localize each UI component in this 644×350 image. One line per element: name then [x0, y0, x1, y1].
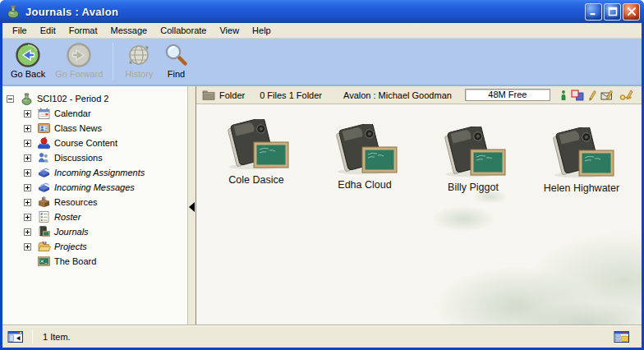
- account-label: Avalon : Michael Goodman: [343, 90, 452, 100]
- expand-plus-icon[interactable]: [24, 184, 31, 191]
- collapse-panel-arrow-icon[interactable]: [189, 202, 195, 212]
- go-back-button[interactable]: Go Back: [6, 41, 50, 80]
- tree-item-label: Course Content: [54, 138, 117, 148]
- expand-plus-icon[interactable]: [24, 199, 31, 206]
- tree-item-label: The Board: [54, 256, 96, 266]
- journal-item[interactable]: Helen Highwater: [540, 127, 623, 194]
- tree-item-resources[interactable]: Resources: [2, 195, 187, 210]
- tree-item-course-content[interactable]: Course Content: [2, 136, 187, 150]
- tree-item-the-board[interactable]: The Board: [2, 254, 187, 269]
- file-folder-counts: 0 Files 1 Folder: [260, 90, 322, 100]
- go-forward-button[interactable]: Go Forward: [50, 41, 108, 80]
- find-magnifier-icon: [163, 42, 190, 68]
- main-panel: Folder 0 Files 1 Folder Avalon : Michael…: [196, 86, 642, 325]
- menu-help[interactable]: Help: [246, 24, 278, 37]
- tree-item-incoming-assignments[interactable]: Incoming Assignments: [2, 165, 187, 180]
- class-news-icon: [37, 122, 51, 135]
- tree-item-label: Resources: [54, 197, 98, 207]
- toggle-sidebar-icon[interactable]: [7, 330, 24, 343]
- collapse-minus-icon[interactable]: [7, 95, 14, 103]
- close-icon: [627, 7, 637, 16]
- tree-item-label: Class News: [54, 123, 102, 133]
- tree-item-label: Discussions: [54, 153, 103, 163]
- expand-plus-icon[interactable]: [24, 125, 31, 132]
- menu-message[interactable]: Message: [104, 24, 154, 37]
- tree-item-label: Calendar: [54, 108, 91, 118]
- pencil-icon[interactable]: [588, 90, 596, 101]
- layout-panels-icon[interactable]: [614, 330, 630, 343]
- go-back-icon: [15, 42, 41, 68]
- journals-icon: [37, 225, 51, 238]
- journal-book-icon: [329, 124, 400, 175]
- resources-icon: [37, 196, 51, 209]
- folder-contents-area[interactable]: Cole Dasice: [196, 104, 642, 325]
- discussions-icon: [37, 151, 51, 164]
- tree-item-incoming-messages[interactable]: Incoming Messages: [2, 180, 187, 195]
- toolbar-separator: [113, 43, 113, 81]
- tree-item-class-news[interactable]: Class News: [2, 121, 187, 136]
- folder-info-bar: Folder 0 Files 1 Folder Avalon : Michael…: [196, 86, 642, 104]
- free-space-gauge: 48M Free: [465, 89, 550, 101]
- history-button[interactable]: History: [120, 41, 158, 80]
- status-icon-row: [560, 90, 637, 101]
- expand-plus-icon[interactable]: [24, 110, 31, 117]
- find-button[interactable]: Find: [159, 41, 195, 80]
- find-label: Find: [168, 69, 185, 79]
- person-icon[interactable]: [560, 90, 567, 101]
- journal-item[interactable]: Cole Dasice: [214, 119, 298, 194]
- tree-item-label: SCI102 - Period 2: [37, 94, 108, 104]
- window-title: Journals : Avalon: [25, 6, 585, 18]
- journal-item[interactable]: Billy Piggot: [431, 127, 515, 194]
- expand-plus-icon[interactable]: [24, 243, 31, 251]
- expand-plus-icon[interactable]: [24, 154, 31, 162]
- go-back-label: Go Back: [11, 69, 45, 79]
- menu-format[interactable]: Format: [62, 24, 104, 37]
- menu-file[interactable]: File: [6, 24, 34, 37]
- tree-item-label: Incoming Assignments: [54, 168, 145, 177]
- menu-view[interactable]: View: [213, 24, 246, 37]
- tree-item-label: Incoming Messages: [54, 182, 135, 192]
- incoming-messages-icon: [37, 181, 51, 194]
- maximize-icon: [608, 7, 618, 16]
- sidebar-tree: SCI102 - Period 2 Calendar: [2, 86, 188, 325]
- tree-item-discussions[interactable]: Discussions: [2, 150, 187, 165]
- menu-bar: File Edit Format Message Collaborate Vie…: [2, 23, 642, 39]
- tree-item-sci102[interactable]: SCI102 - Period 2: [2, 91, 187, 106]
- tree-item-journals[interactable]: Journals: [2, 224, 187, 239]
- tree-item-roster[interactable]: Roster: [2, 210, 187, 224]
- projects-icon: [37, 240, 51, 253]
- course-content-icon: [37, 136, 51, 150]
- go-forward-label: Go Forward: [55, 69, 103, 79]
- sidebar-splitter[interactable]: [188, 86, 196, 325]
- journal-item[interactable]: Edha Cloud: [323, 124, 407, 194]
- roster-icon: [37, 210, 51, 223]
- minimize-icon: [589, 7, 599, 16]
- journal-book-icon: [221, 119, 292, 170]
- shapes-icon[interactable]: [571, 90, 584, 101]
- tree-item-calendar[interactable]: Calendar: [2, 106, 187, 121]
- menu-edit[interactable]: Edit: [34, 24, 62, 37]
- app-window: Journals : Avalon File Edit Format Messa…: [0, 0, 644, 350]
- tree-item-label: Roster: [54, 212, 80, 222]
- expand-plus-icon[interactable]: [24, 228, 31, 236]
- close-button[interactable]: [623, 3, 640, 21]
- toolbar: Go Back Go Forward History: [2, 39, 642, 86]
- maximize-button[interactable]: [604, 3, 621, 21]
- expand-plus-icon[interactable]: [24, 169, 31, 177]
- content-region: SCI102 - Period 2 Calendar: [2, 86, 642, 325]
- key-pencil-icon[interactable]: [619, 90, 635, 101]
- tree-item-projects[interactable]: Projects: [2, 239, 187, 254]
- status-bar: 1 Item.: [2, 325, 642, 348]
- history-label: History: [125, 69, 153, 79]
- menu-collaborate[interactable]: Collaborate: [154, 24, 213, 37]
- expand-plus-icon[interactable]: [24, 140, 31, 147]
- flask-icon: [20, 92, 34, 106]
- journal-book-icon: [546, 127, 617, 178]
- minimize-button[interactable]: [585, 3, 602, 21]
- tree-item-label: Journals: [54, 227, 89, 237]
- expand-plus-icon[interactable]: [24, 214, 31, 221]
- status-separator: [32, 329, 33, 343]
- mail-pencil-icon[interactable]: [600, 90, 615, 101]
- title-bar[interactable]: Journals : Avalon: [0, 0, 644, 23]
- flask-app-icon: [5, 4, 21, 19]
